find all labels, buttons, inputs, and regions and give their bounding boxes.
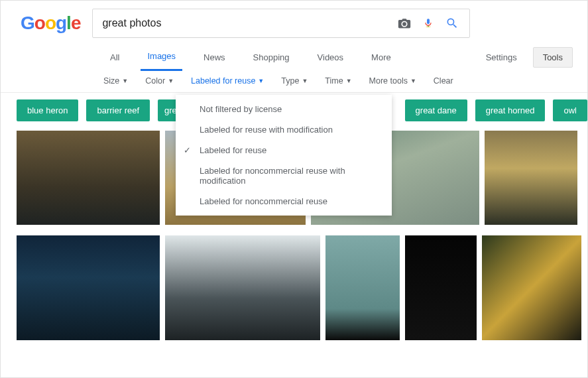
dropdown-option[interactable]: Labeled for noncommercial reuse — [176, 191, 392, 212]
tab-shopping[interactable]: Shopping — [247, 44, 296, 70]
chevron-down-icon: ▼ — [122, 78, 128, 84]
camera-icon[interactable] — [396, 15, 412, 31]
logo-letter: e — [71, 13, 81, 33]
image-result[interactable] — [17, 131, 160, 225]
chip[interactable]: blue heron — [17, 99, 78, 121]
tab-videos[interactable]: Videos — [311, 44, 351, 70]
chevron-down-icon: ▼ — [302, 78, 308, 84]
chevron-down-icon: ▼ — [410, 78, 416, 84]
tab-news[interactable]: News — [197, 44, 232, 70]
chevron-down-icon: ▼ — [258, 78, 264, 84]
dropdown-option[interactable]: Labeled for noncommercial reuse with mod… — [176, 160, 392, 191]
usage-rights-dropdown: Not filtered by license Labeled for reus… — [176, 95, 392, 216]
chip[interactable]: barrier reef — [86, 99, 150, 121]
dropdown-option[interactable]: Labeled for reuse with modification — [176, 119, 392, 140]
filter-size[interactable]: Size▼ — [103, 76, 128, 86]
nav-tabs: All Images News Shopping Videos More Set… — [1, 43, 587, 71]
filter-time[interactable]: Time▼ — [325, 76, 351, 86]
logo-letter: o — [45, 13, 56, 33]
tab-more[interactable]: More — [365, 44, 398, 70]
settings-link[interactable]: Settings — [479, 44, 524, 70]
chevron-down-icon: ▼ — [168, 78, 174, 84]
chevron-down-icon: ▼ — [346, 78, 352, 84]
filter-clear[interactable]: Clear — [434, 76, 453, 86]
dropdown-option[interactable]: Not filtered by license — [176, 99, 392, 119]
tools-filter-row: Size▼ Color▼ Labeled for reuse▼ Type▼ Ti… — [1, 71, 587, 93]
mic-icon[interactable] — [420, 15, 436, 31]
tab-all[interactable]: All — [103, 44, 126, 70]
image-result[interactable] — [485, 131, 577, 225]
filter-usage-rights[interactable]: Labeled for reuse▼ — [191, 76, 264, 86]
search-input[interactable] — [102, 17, 388, 29]
image-result[interactable] — [405, 235, 477, 340]
logo-letter: G — [21, 13, 34, 33]
image-result[interactable] — [482, 235, 581, 340]
image-result[interactable] — [17, 235, 160, 340]
google-logo[interactable]: Google — [21, 13, 80, 34]
logo-letter: o — [34, 13, 45, 33]
chip[interactable]: great dane — [405, 99, 467, 121]
logo-letter: g — [56, 13, 66, 33]
search-box[interactable] — [92, 9, 470, 38]
filter-more-tools[interactable]: More tools▼ — [369, 76, 416, 86]
image-result[interactable] — [325, 235, 400, 340]
tools-button[interactable]: Tools — [533, 47, 573, 68]
search-icon[interactable] — [444, 15, 460, 31]
logo-letter: l — [66, 13, 71, 33]
header: Google — [1, 1, 587, 43]
chip[interactable]: owl — [553, 99, 587, 121]
tab-images[interactable]: Images — [141, 43, 182, 71]
check-icon: ✓ — [184, 145, 191, 155]
dropdown-option-selected[interactable]: ✓Labeled for reuse — [176, 140, 392, 160]
filter-type[interactable]: Type▼ — [281, 76, 308, 86]
chip[interactable]: great horned — [475, 99, 546, 121]
filter-color[interactable]: Color▼ — [145, 76, 174, 86]
image-result[interactable] — [165, 235, 320, 340]
